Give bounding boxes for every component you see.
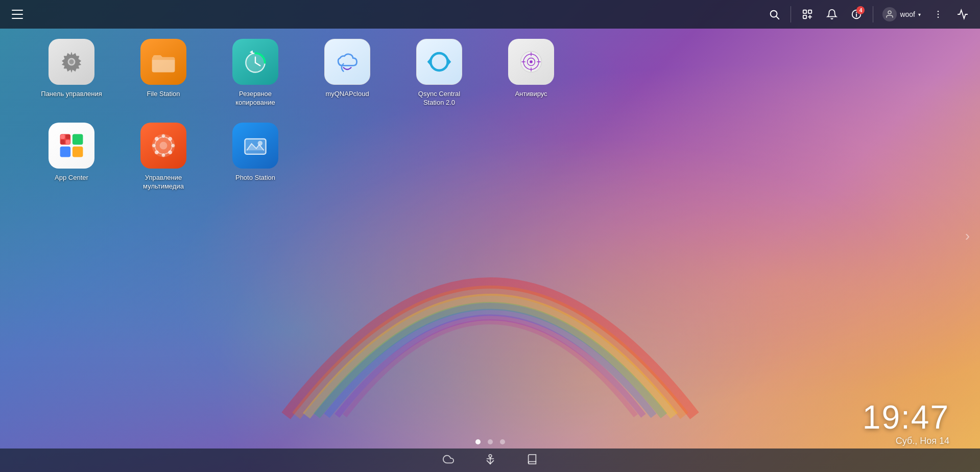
topbar-divider [791,6,791,22]
app-backup[interactable]: Резервное копирование [225,39,286,107]
cloud-bottom-button[interactable] [443,454,454,467]
app-photo-station[interactable]: Photo Station [225,123,286,191]
antivirus-icon [508,39,554,85]
anchor-bottom-button[interactable] [485,454,496,467]
svg-point-13 [938,17,939,18]
svg-point-10 [888,11,891,14]
backup-label: Резервное копирование [225,90,286,107]
svg-rect-31 [73,134,83,145]
qsync-icon [416,39,462,85]
topbar: 4 woof ▾ [0,0,980,29]
qsync-label: Qsync Central Station 2.0 [409,90,470,107]
svg-marker-20 [448,58,451,66]
svg-point-46 [168,150,172,154]
svg-rect-33 [73,147,83,157]
topbar-right: 4 woof ▾ [763,3,974,26]
svg-point-50 [258,140,262,145]
clock-time: 19:47 [863,401,949,434]
desktop-icons: Панель управления File Station [41,39,939,206]
book-bottom-button[interactable] [527,454,538,467]
tasks-icon [802,9,813,20]
clock-area: 19:47 Суб., Ноя 14 [863,401,949,446]
file-station-icon [140,39,186,85]
user-menu[interactable]: woof ▾ [878,5,925,23]
svg-rect-34 [61,134,65,138]
dot-3[interactable] [500,439,505,444]
svg-rect-36 [61,140,65,144]
svg-point-41 [161,134,165,137]
svg-point-42 [161,153,165,157]
svg-point-11 [938,11,939,12]
media-manager-icon [140,123,186,169]
control-panel-icon [49,39,94,85]
dots-vertical-icon [933,9,943,19]
svg-point-45 [155,137,158,140]
svg-rect-3 [808,10,811,13]
svg-point-40 [160,141,168,149]
menu-line [12,18,23,19]
notifications-button[interactable] [821,3,843,26]
svg-rect-35 [66,134,70,138]
app-center-icon [49,123,94,169]
svg-rect-32 [60,147,71,157]
svg-point-44 [171,144,175,147]
svg-marker-21 [427,58,431,66]
app-file-station[interactable]: File Station [133,39,194,107]
svg-point-12 [938,14,939,15]
menu-line [12,10,23,11]
topbar-divider2 [873,6,873,22]
user-avatar-icon [882,7,897,21]
svg-rect-37 [66,140,70,144]
backup-icon [232,39,278,85]
app-center-label: App Center [55,174,88,182]
next-page-button[interactable]: › [965,228,970,244]
myqnapcloud-icon [324,39,370,85]
control-panel-label: Панель управления [41,90,102,99]
svg-point-48 [155,150,158,154]
app-qsync[interactable]: Qsync Central Station 2.0 [409,39,470,107]
info-badge: 4 [856,6,865,14]
svg-point-47 [168,137,172,140]
app-control-panel[interactable]: Панель управления [41,39,102,107]
app-app-center[interactable]: App Center [41,123,102,191]
clock-date: Суб., Ноя 14 [863,436,949,446]
resource-monitor-icon [957,9,968,20]
app-antivirus[interactable]: Антивирус [500,39,562,107]
bell-icon [826,9,838,20]
file-station-label: File Station [147,90,180,99]
bottom-bar [0,449,980,472]
username-label: woof [900,10,915,18]
photo-station-label: Photo Station [235,174,275,182]
resource-monitor-button[interactable] [951,3,974,26]
svg-point-43 [152,144,156,147]
app-media-manager[interactable]: Управление мультимедиа [133,123,194,191]
pagination-dots [475,439,505,444]
media-manager-label: Управление мультимедиа [133,174,194,191]
search-icon [769,9,780,20]
svg-point-16 [69,59,74,64]
antivirus-label: Антивирус [515,90,547,99]
dot-1[interactable] [475,439,481,444]
svg-point-25 [530,60,533,63]
user-dropdown-icon: ▾ [918,12,921,17]
icon-row-2: App Center Упр [41,123,939,191]
menu-button[interactable] [6,3,29,26]
icon-row-1: Панель управления File Station [41,39,939,107]
tasks-button[interactable] [796,3,819,26]
menu-line [12,14,23,15]
app-myqnapcloud[interactable]: myQNAPcloud [317,39,378,107]
svg-rect-4 [803,15,806,18]
svg-line-1 [777,16,779,19]
photo-station-icon [232,123,278,169]
myqnapcloud-label: myQNAPcloud [325,90,369,99]
dot-2[interactable] [488,439,493,444]
info-button[interactable]: 4 [845,3,868,26]
svg-rect-2 [803,10,806,13]
more-options-button[interactable] [927,3,949,26]
search-button[interactable] [763,3,785,26]
svg-rect-49 [245,139,266,154]
